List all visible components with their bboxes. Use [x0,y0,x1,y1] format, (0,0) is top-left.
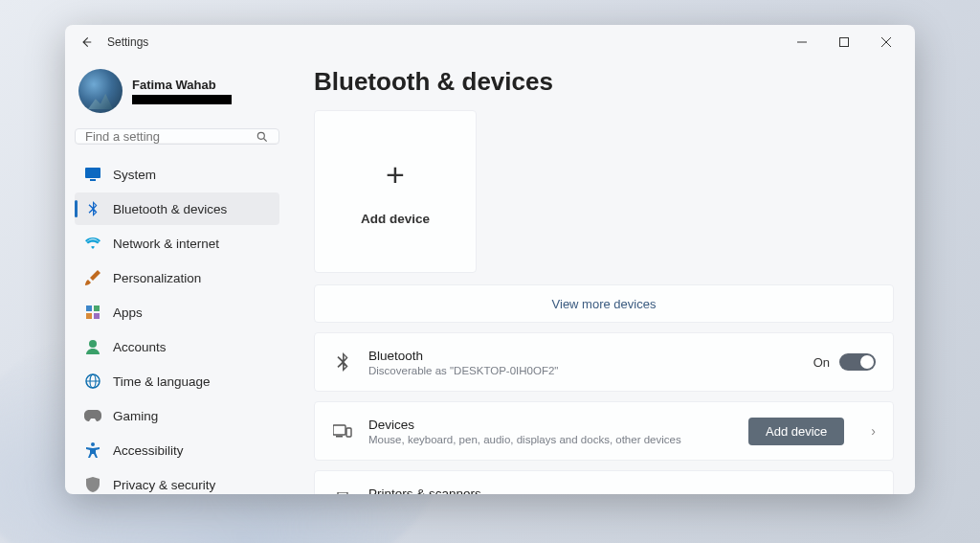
window-controls [781,28,907,57]
svg-rect-14 [336,436,343,438]
apps-icon [84,304,101,321]
svg-point-1 [257,132,264,139]
bluetooth-subtitle: Discoverable as "DESKTOP-0IH0OF2" [368,365,798,376]
devices-title: Devices [368,418,733,432]
sidebar-item-label: Time & language [113,374,211,389]
printers-title: Printers & scanners [368,486,844,495]
profile-email-redacted [132,95,232,104]
sidebar-item-bluetooth-devices[interactable]: Bluetooth & devices [75,192,279,225]
back-button[interactable] [73,29,100,56]
bluetooth-row[interactable]: Bluetooth Discoverable as "DESKTOP-0IH0O… [314,332,894,392]
shield-icon [84,476,101,493]
svg-rect-2 [85,168,100,178]
svg-rect-5 [94,305,100,311]
plus-icon: + [386,158,405,191]
maximize-button[interactable] [823,28,865,57]
person-icon [84,338,101,355]
bluetooth-icon [332,352,353,372]
gamepad-icon [84,407,101,424]
main-content: Bluetooth & devices + Add device View mo… [289,59,915,494]
sidebar-item-personalization[interactable]: Personalization [75,261,279,294]
nav-list: System Bluetooth & devices Network & int… [75,158,279,494]
svg-rect-7 [94,313,100,319]
sidebar-item-apps[interactable]: Apps [75,296,279,328]
search-box[interactable] [75,128,279,145]
sidebar-item-label: Privacy & security [113,478,215,492]
svg-rect-6 [86,313,92,319]
device-tiles: + Add device [314,110,894,273]
sidebar-item-accessibility[interactable]: Accessibility [75,434,279,466]
bluetooth-title: Bluetooth [368,349,798,363]
window-title: Settings [107,35,148,49]
bluetooth-toggle-group: On [813,353,876,371]
svg-rect-4 [86,305,92,311]
titlebar: Settings [65,25,915,59]
sidebar-item-label: Personalization [113,271,201,285]
sidebar-item-network[interactable]: Network & internet [75,227,279,260]
sidebar-item-label: Accessibility [113,443,184,458]
chevron-right-icon: › [871,423,876,439]
svg-rect-15 [338,492,347,494]
search-icon [256,130,269,144]
profile-block[interactable]: Fatima Wahab [75,63,279,123]
settings-window: Settings Fatima Wahab [65,25,915,494]
devices-row[interactable]: Devices Mouse, keyboard, pen, audio, dis… [314,401,894,461]
sidebar-item-label: Gaming [113,409,158,423]
paintbrush-icon [84,269,101,286]
display-icon [84,166,101,183]
globe-clock-icon [84,373,101,390]
chevron-right-icon: › [871,492,876,494]
sidebar-item-label: Bluetooth & devices [113,202,227,216]
add-device-button[interactable]: Add device [748,418,844,445]
close-button[interactable] [865,28,907,57]
svg-rect-3 [90,179,96,181]
devices-icon [332,423,353,439]
sidebar-item-label: System [113,168,156,182]
profile-name: Fatima Wahab [132,78,232,92]
maximize-icon [839,37,849,47]
svg-rect-0 [840,38,849,47]
add-device-tile[interactable]: + Add device [314,110,477,273]
sidebar-item-time-language[interactable]: Time & language [75,365,279,397]
close-icon [881,37,891,47]
svg-rect-13 [346,428,351,437]
printer-icon [332,492,353,494]
wifi-icon [84,235,101,252]
minimize-icon [797,37,807,47]
sidebar-item-accounts[interactable]: Accounts [75,330,279,363]
search-input[interactable] [85,129,256,144]
sidebar-item-system[interactable]: System [75,158,279,191]
sidebar-item-label: Accounts [113,340,167,354]
add-device-label: Add device [361,212,430,226]
accessibility-icon [84,441,101,459]
sidebar-item-label: Apps [113,305,143,320]
bluetooth-toggle[interactable] [839,353,876,371]
minimize-button[interactable] [781,28,823,57]
svg-point-11 [91,442,95,446]
sidebar-item-label: Network & internet [113,237,219,251]
sidebar: Fatima Wahab System [65,59,289,494]
bluetooth-toggle-state: On [813,355,830,370]
avatar [78,69,122,113]
page-title: Bluetooth & devices [314,67,894,97]
svg-rect-12 [333,425,345,435]
devices-subtitle: Mouse, keyboard, pen, audio, displays an… [368,434,733,445]
sidebar-item-privacy-security[interactable]: Privacy & security [75,468,279,494]
view-more-label: View more devices [552,297,657,311]
sidebar-item-gaming[interactable]: Gaming [75,399,279,432]
arrow-left-icon [79,35,93,49]
svg-point-8 [89,340,97,348]
view-more-devices-button[interactable]: View more devices [314,284,894,323]
bluetooth-icon [84,200,101,217]
printers-row[interactable]: Printers & scanners Preferences, trouble… [314,470,894,494]
